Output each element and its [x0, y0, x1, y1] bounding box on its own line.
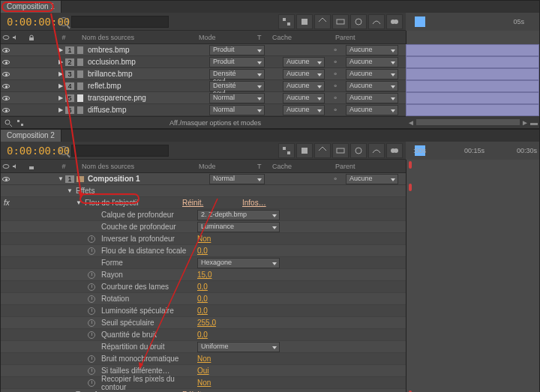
- twirl-icon[interactable]: ▶: [58, 107, 64, 113]
- effect-property-row[interactable]: Répartition du bruit Uniforme: [1, 341, 406, 353]
- effects-group-row[interactable]: ▼ Effets: [1, 185, 406, 197]
- col-mode-header[interactable]: Mode: [197, 163, 257, 170]
- layer-duration-bar[interactable]: [406, 44, 539, 56]
- col-t-header[interactable]: T: [257, 34, 272, 41]
- workarea-marker[interactable]: [409, 161, 412, 169]
- cache-dropdown[interactable]: Aucune: [283, 69, 325, 79]
- time-ruler-2[interactable]: :00s 00:15s 00:30s: [406, 142, 539, 160]
- property-dropdown[interactable]: Hexagone: [197, 258, 280, 268]
- layer-name[interactable]: Composition 1: [88, 175, 208, 183]
- shy-button[interactable]: [314, 14, 331, 29]
- pickwhip-icon[interactable]: [332, 70, 341, 77]
- parent-dropdown[interactable]: Aucune: [346, 105, 398, 115]
- effect-property-row[interactable]: Couche de profondeur Luminance: [1, 221, 406, 233]
- eye-icon[interactable]: [2, 108, 10, 112]
- col-mode-header[interactable]: Mode: [197, 34, 257, 41]
- layer-row[interactable]: ▶ 6 diffuse.bmp Normal Aucune Aucune: [1, 104, 406, 116]
- comp-mini-flowchart-button[interactable]: [278, 143, 295, 158]
- layer-row[interactable]: ▶ 5 transparence.png Normal Aucune Aucun…: [1, 92, 406, 104]
- render-queue-button[interactable]: [296, 143, 313, 158]
- stopwatch-icon[interactable]: [88, 271, 95, 279]
- effect-property-row[interactable]: Courbure des lames 0,0: [1, 281, 406, 293]
- stopwatch-icon[interactable]: [88, 295, 95, 303]
- parent-dropdown[interactable]: Aucune: [346, 81, 398, 91]
- effect-reset-link[interactable]: Réinit.: [182, 199, 242, 207]
- twirl-icon[interactable]: ▼: [58, 176, 64, 182]
- effect-property-row[interactable]: Si tailles différente… Oui: [1, 365, 406, 377]
- layer-name[interactable]: diffuse.bmp: [88, 106, 208, 114]
- mode-dropdown[interactable]: Normal: [209, 105, 265, 115]
- mode-dropdown[interactable]: Densité coul…: [209, 81, 265, 91]
- twirl-icon[interactable]: ▶: [58, 71, 64, 77]
- property-value[interactable]: 0,0: [197, 247, 208, 255]
- property-value[interactable]: Non: [197, 235, 211, 243]
- effect-name[interactable]: Flou de l'objectif: [82, 199, 182, 207]
- timeline-scrollbar[interactable]: [416, 119, 520, 125]
- time-ruler-minor[interactable]: [406, 31, 539, 44]
- col-name-header[interactable]: Nom des sources: [70, 163, 197, 170]
- stopwatch-icon[interactable]: [88, 355, 95, 363]
- effect-property-row[interactable]: Calque de profondeur 2. Z-depth.bmp: [1, 209, 406, 221]
- search-input[interactable]: [71, 16, 169, 28]
- pickwhip-icon[interactable]: [332, 94, 341, 101]
- frame-blend-button[interactable]: [332, 143, 349, 158]
- property-value[interactable]: 0,0: [197, 331, 208, 339]
- timecode[interactable]: 0:00:00:00: [4, 16, 56, 28]
- switches-icon[interactable]: [14, 118, 26, 128]
- effect-property-row[interactable]: Recopier les pixels du contour Non: [1, 377, 406, 389]
- eye-icon[interactable]: [2, 72, 10, 76]
- twirl-icon[interactable]: ▶: [58, 47, 64, 53]
- stopwatch-icon[interactable]: [88, 307, 95, 315]
- layer-name[interactable]: transparence.png: [88, 94, 208, 102]
- cti-indicator[interactable]: [415, 16, 425, 27]
- layer-row[interactable]: ▶ 2 occlusion.bmp Produit Aucune Aucune: [1, 56, 406, 68]
- stopwatch-icon[interactable]: [88, 331, 95, 339]
- eye-icon[interactable]: [2, 177, 10, 181]
- property-value[interactable]: 255,0: [197, 319, 216, 327]
- effect-property-row[interactable]: Bruit monochromatique Non: [1, 353, 406, 365]
- layer-duration-bar[interactable]: [406, 68, 539, 80]
- twirl-icon[interactable]: ▶: [58, 59, 64, 65]
- layer-row[interactable]: ▶ 1 ombres.bmp Produit Aucune: [1, 44, 406, 56]
- cache-dropdown[interactable]: Aucune: [283, 93, 325, 103]
- zoom-out-icon[interactable]: ▬: [530, 118, 538, 127]
- stopwatch-icon[interactable]: [88, 235, 95, 243]
- cache-dropdown[interactable]: Aucune: [283, 81, 325, 91]
- zoom-in-icon[interactable]: [2, 118, 14, 128]
- tab-composition-1[interactable]: Composition 1: [1, 1, 62, 13]
- col-cache-header[interactable]: Cache: [272, 34, 322, 41]
- col-parent-header[interactable]: Parent: [335, 163, 395, 170]
- stopwatch-icon[interactable]: [88, 247, 95, 255]
- render-queue-button[interactable]: [296, 14, 313, 29]
- pickwhip-icon[interactable]: [332, 82, 341, 89]
- layer-row-comp1[interactable]: ▼ 1 Composition 1 Normal Aucune: [1, 173, 406, 185]
- tab-composition-2[interactable]: Composition 2: [1, 130, 62, 142]
- mode-dropdown[interactable]: Densité coul…: [209, 69, 265, 79]
- brain-button[interactable]: [386, 143, 403, 158]
- motion-blur-button[interactable]: [350, 143, 367, 158]
- property-value[interactable]: Non: [197, 355, 211, 363]
- transform-group-row[interactable]: ▶ Transformer Réinit.: [1, 389, 406, 392]
- effect-property-row[interactable]: Luminosité spéculaire 0,0: [1, 305, 406, 317]
- property-dropdown[interactable]: Luminance: [197, 222, 280, 232]
- pickwhip-icon[interactable]: [332, 175, 341, 182]
- property-dropdown[interactable]: 2. Z-depth.bmp: [197, 210, 280, 220]
- effect-infos-link[interactable]: Infos…: [242, 199, 266, 207]
- property-value[interactable]: Non: [197, 379, 211, 387]
- eye-icon[interactable]: [2, 48, 10, 52]
- cache-dropdown[interactable]: Aucune: [283, 105, 325, 115]
- stopwatch-icon[interactable]: [88, 283, 95, 291]
- col-parent-header[interactable]: Parent: [335, 34, 395, 41]
- eye-icon[interactable]: [2, 84, 10, 88]
- scroll-left-icon[interactable]: ◄: [407, 118, 415, 127]
- effect-name-row[interactable]: fx ▼ Flou de l'objectif Réinit. Infos…: [1, 197, 406, 209]
- stopwatch-icon[interactable]: [88, 367, 95, 375]
- frame-blend-button[interactable]: [332, 14, 349, 29]
- parent-dropdown[interactable]: Aucune: [346, 93, 398, 103]
- layer-duration-bar[interactable]: [406, 56, 539, 68]
- layer-row[interactable]: ▶ 3 brillance.bmp Densité coul… Aucune A…: [1, 68, 406, 80]
- twirl-icon[interactable]: ▶: [58, 83, 64, 89]
- effect-property-row[interactable]: Forme Hexagone: [1, 257, 406, 269]
- eye-icon[interactable]: [2, 96, 10, 100]
- mode-dropdown[interactable]: Produit: [209, 57, 265, 67]
